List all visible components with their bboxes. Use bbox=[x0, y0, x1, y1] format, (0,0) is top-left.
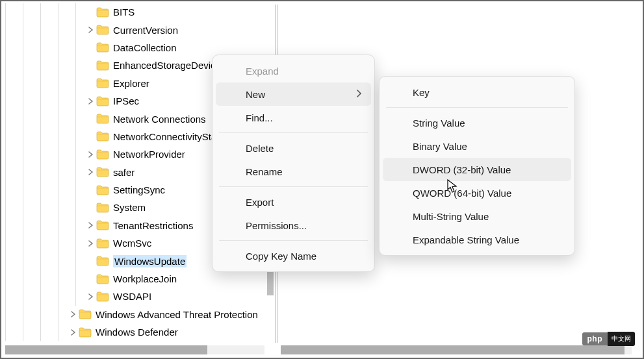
tree-indent-guides bbox=[3, 110, 84, 127]
tree-item[interactable]: WSDAPI bbox=[3, 288, 274, 305]
menu-item-new-key[interactable]: Key bbox=[383, 80, 571, 104]
menu-item-new-qword[interactable]: QWORD (64-bit) Value bbox=[383, 181, 571, 204]
tree-expander-icon[interactable] bbox=[84, 222, 96, 229]
folder-icon bbox=[96, 185, 109, 195]
tree-item-label: System bbox=[113, 201, 146, 214]
menu-item-export[interactable]: Export bbox=[216, 190, 371, 214]
values-horizontal-scroll-thumb[interactable] bbox=[281, 345, 625, 354]
folder-icon bbox=[96, 7, 109, 18]
tree-indent-guides bbox=[3, 21, 84, 38]
tree-item-label: TenantRestrictions bbox=[113, 219, 193, 232]
menu-item-label: DWORD (32-bit) Value bbox=[413, 164, 511, 175]
tree-item-label: Windows Defender bbox=[96, 326, 178, 338]
badge-text-cn: 中文网 bbox=[608, 332, 635, 346]
tree-item-label: CurrentVersion bbox=[113, 24, 178, 36]
tree-indent-guides bbox=[3, 128, 84, 145]
tree-indent-guides bbox=[3, 234, 84, 252]
menu-item-delete[interactable]: Delete bbox=[216, 136, 371, 160]
tree-item-label: EnhancedStorageDevices bbox=[113, 59, 225, 71]
tree-horizontal-scrollbar[interactable] bbox=[5, 345, 264, 354]
context-menu-new-submenu: Key String Value Binary Value DWORD (32-… bbox=[379, 76, 575, 256]
tree-indent-guides bbox=[3, 92, 84, 110]
menu-item-find[interactable]: Find... bbox=[216, 106, 371, 129]
tree-indent-guides bbox=[3, 217, 84, 234]
menu-item-label: Export bbox=[246, 197, 274, 208]
tree-indent-guides bbox=[3, 75, 84, 92]
tree-indent-guides bbox=[3, 270, 84, 288]
watermark-badge: php 中文网 bbox=[582, 332, 636, 346]
tree-item[interactable]: CurrentVersion bbox=[3, 21, 274, 38]
menu-item-new-string[interactable]: String Value bbox=[383, 111, 571, 134]
context-menu-main: Expand New Find... Delete Rename Export … bbox=[212, 55, 375, 272]
menu-item-label: String Value bbox=[413, 118, 465, 129]
tree-item[interactable]: Windows Defender bbox=[3, 323, 274, 341]
menu-separator bbox=[219, 240, 368, 241]
tree-expander-icon[interactable] bbox=[84, 27, 96, 33]
tree-item-label: WindowsUpdate bbox=[113, 255, 187, 267]
tree-item-label: Explorer bbox=[113, 77, 149, 90]
menu-item-label: Delete bbox=[246, 143, 274, 154]
chevron-right-icon bbox=[357, 90, 362, 99]
menu-item-new-dword[interactable]: DWORD (32-bit) Value bbox=[383, 158, 571, 181]
tree-indent-guides bbox=[3, 252, 84, 269]
tree-item-label: BITS bbox=[113, 6, 135, 18]
folder-icon bbox=[96, 114, 109, 124]
menu-item-new[interactable]: New bbox=[216, 82, 371, 106]
folder-icon bbox=[96, 238, 109, 249]
values-horizontal-scrollbar[interactable] bbox=[281, 345, 632, 354]
menu-separator bbox=[219, 186, 368, 187]
tree-indent-guides bbox=[3, 199, 84, 216]
folder-icon bbox=[96, 131, 109, 142]
tree-item-label: SettingSync bbox=[113, 184, 165, 196]
tree-expander-icon[interactable] bbox=[84, 240, 96, 247]
menu-item-label: Rename bbox=[246, 166, 283, 177]
badge-text-php: php bbox=[582, 332, 608, 345]
menu-item-label: Find... bbox=[246, 112, 273, 123]
tree-item[interactable]: Windows Advanced Threat Protection bbox=[3, 306, 274, 323]
tree-indent-guides bbox=[3, 145, 84, 163]
folder-icon bbox=[96, 96, 109, 106]
tree-item-label: safer bbox=[113, 166, 135, 179]
menu-item-new-expandable-string[interactable]: Expandable String Value bbox=[383, 228, 571, 251]
menu-item-copy-key-name[interactable]: Copy Key Name bbox=[216, 244, 371, 267]
menu-item-rename[interactable]: Rename bbox=[216, 160, 371, 183]
tree-expander-icon[interactable] bbox=[84, 151, 96, 158]
tree-indent-guides bbox=[3, 39, 84, 56]
menu-item-label: Permissions... bbox=[246, 220, 307, 231]
tree-item-label: DataCollection bbox=[113, 42, 177, 54]
menu-separator bbox=[219, 132, 368, 133]
menu-item-label: New bbox=[246, 89, 265, 100]
tree-item-label: NetworkProvider bbox=[113, 148, 185, 160]
folder-icon bbox=[96, 256, 109, 266]
folder-icon bbox=[96, 78, 109, 88]
tree-horizontal-scroll-thumb[interactable] bbox=[5, 345, 207, 354]
menu-item-label: Key bbox=[413, 87, 430, 98]
tree-expander-icon[interactable] bbox=[84, 98, 96, 105]
menu-item-label: Copy Key Name bbox=[246, 251, 316, 262]
folder-icon bbox=[96, 42, 109, 53]
folder-icon bbox=[96, 274, 109, 284]
menu-item-label: Binary Value bbox=[413, 141, 467, 152]
menu-item-new-binary[interactable]: Binary Value bbox=[383, 134, 571, 158]
tree-indent-guides bbox=[3, 164, 84, 181]
folder-icon bbox=[79, 327, 92, 338]
menu-separator bbox=[386, 107, 568, 108]
menu-item-label: Multi-String Value bbox=[413, 211, 489, 222]
tree-expander-icon[interactable] bbox=[84, 169, 96, 175]
tree-expander-icon[interactable] bbox=[67, 329, 79, 336]
tree-expander-icon[interactable] bbox=[67, 311, 79, 317]
tree-item[interactable]: WorkplaceJoin bbox=[3, 270, 274, 288]
tree-item[interactable]: BITS bbox=[3, 3, 274, 21]
tree-item-label: WSDAPI bbox=[113, 290, 151, 303]
menu-item-label: QWORD (64-bit) Value bbox=[413, 188, 511, 199]
folder-icon bbox=[96, 203, 109, 213]
menu-item-new-multi-string[interactable]: Multi-String Value bbox=[383, 204, 571, 228]
tree-indent-guides bbox=[3, 181, 84, 199]
tree-expander-icon[interactable] bbox=[84, 293, 96, 300]
tree-indent-guides bbox=[3, 56, 84, 74]
menu-item-permissions[interactable]: Permissions... bbox=[216, 214, 371, 237]
tree-item-label: IPSec bbox=[113, 95, 139, 107]
tree-indent-guides bbox=[3, 3, 84, 21]
folder-icon bbox=[96, 167, 109, 177]
tree-item-label: WorkplaceJoin bbox=[113, 273, 177, 285]
